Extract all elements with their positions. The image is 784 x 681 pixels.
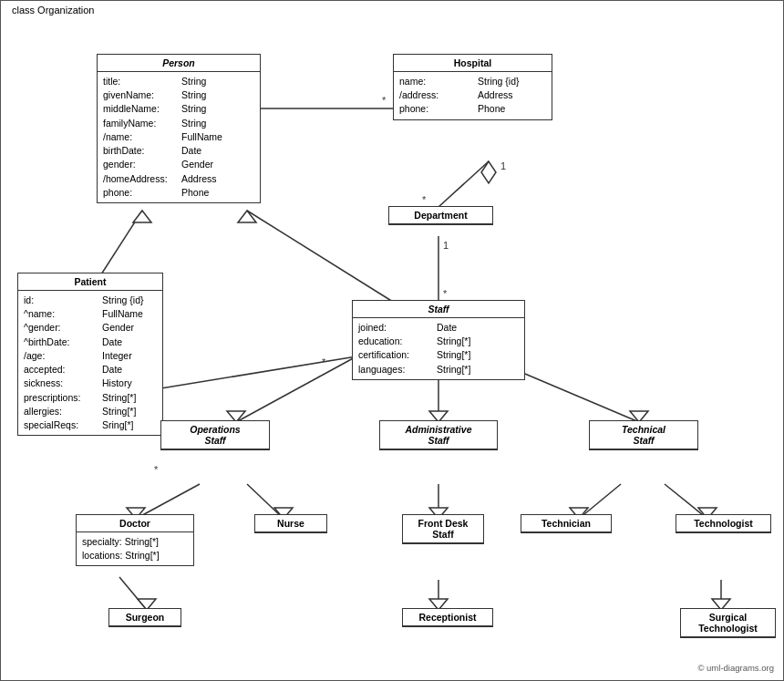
class-department-header: Department [389,207,492,224]
class-hospital-header: Hospital [394,55,552,72]
class-hospital: Hospital name:String {id} /address:Addre… [393,54,552,120]
svg-text:*: * [322,356,326,367]
svg-text:*: * [154,464,159,475]
svg-line-0 [438,161,489,207]
svg-text:1: 1 [500,160,506,171]
svg-text:*: * [382,95,387,106]
class-doctor: Doctor specialty: String[*] locations: S… [76,514,194,566]
svg-marker-1 [481,161,496,183]
class-technologist: Technologist [676,514,771,533]
class-doctor-body: specialty: String[*] locations: String[*… [77,532,193,565]
svg-marker-6 [238,211,256,222]
class-staff-header: Staff [353,301,524,318]
class-staff-body: joined:Date education:String[*] certific… [353,318,524,379]
class-technologist-header: Technologist [676,515,770,532]
class-person: Person title:String givenName:String mid… [97,54,261,203]
class-receptionist: Receptionist [402,608,493,627]
class-nurse-header: Nurse [255,515,326,532]
svg-line-30 [133,356,356,393]
class-surgical-technologist: SurgicalTechnologist [680,608,776,638]
copyright-text: © uml-diagrams.org [697,663,774,673]
class-surgeon-header: Surgeon [109,609,181,626]
class-technician: Technician [521,514,612,533]
class-person-header: Person [98,55,260,72]
class-receptionist-header: Receptionist [403,609,492,626]
class-nurse: Nurse [254,514,327,533]
class-surgeon: Surgeon [108,608,181,627]
class-patient: Patient id:String {id} ^name:FullName ^g… [17,273,163,436]
class-operations-staff: OperationsStaff [160,420,270,450]
class-operations-staff-header: OperationsStaff [161,421,269,449]
class-technician-header: Technician [521,515,611,532]
class-technical-staff: TechnicalStaff [589,420,698,450]
class-technical-staff-header: TechnicalStaff [590,421,697,449]
svg-marker-4 [133,211,151,222]
class-administrative-staff-header: AdministrativeStaff [380,421,497,449]
svg-text:*: * [443,288,448,299]
class-front-desk-staff-header: Front DeskStaff [403,515,483,543]
class-surgical-technologist-header: SurgicalTechnologist [681,609,775,637]
class-person-body: title:String givenName:String middleName… [98,72,260,202]
class-hospital-body: name:String {id} /address:Address phone:… [394,72,552,119]
class-staff: Staff joined:Date education:String[*] ce… [352,300,525,380]
svg-line-24 [119,577,147,610]
svg-line-5 [247,211,393,302]
class-patient-body: id:String {id} ^name:FullName ^gender:Ge… [18,291,162,435]
diagram-title: class Organization [8,5,98,15]
svg-text:*: * [422,194,427,205]
svg-text:1: 1 [443,240,449,251]
class-patient-header: Patient [18,273,162,291]
class-department: Department [388,206,493,225]
class-front-desk-staff: Front DeskStaff [402,514,484,544]
class-administrative-staff: AdministrativeStaff [379,420,498,450]
class-doctor-header: Doctor [77,515,193,532]
svg-line-8 [236,356,356,422]
svg-line-3 [101,211,142,274]
diagram-container: class Organization [0,0,784,681]
